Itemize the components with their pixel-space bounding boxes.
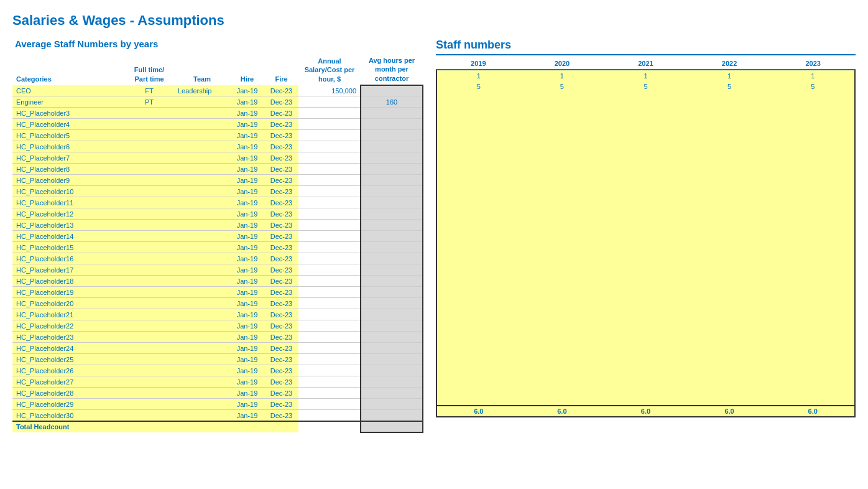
staff-cell[interactable] — [604, 226, 688, 238]
cell-avghrs[interactable] — [361, 388, 423, 399]
staff-cell[interactable] — [436, 361, 520, 372]
staff-cell[interactable] — [771, 226, 855, 238]
staff-cell[interactable] — [688, 215, 772, 226]
cell-fire[interactable]: Dec-23 — [264, 220, 298, 231]
staff-cell[interactable] — [520, 249, 604, 260]
staff-cell[interactable] — [604, 137, 688, 148]
cell-fire[interactable]: Dec-23 — [264, 276, 298, 287]
cell-fire[interactable]: Dec-23 — [264, 175, 298, 186]
cell-team[interactable] — [174, 298, 230, 309]
cell-hire[interactable]: Jan-19 — [230, 298, 264, 309]
cell-category[interactable]: HC_Placeholder5 — [12, 130, 124, 141]
staff-cell[interactable] — [436, 114, 520, 126]
cell-salary[interactable]: 150,000 — [298, 85, 361, 96]
cell-ft[interactable]: FT — [124, 85, 174, 96]
cell-ft[interactable] — [124, 231, 174, 242]
staff-cell[interactable] — [436, 126, 520, 137]
cell-team[interactable] — [174, 287, 230, 298]
staff-cell[interactable] — [771, 282, 855, 294]
cell-avghrs[interactable] — [361, 365, 423, 376]
cell-team[interactable] — [174, 175, 230, 186]
staff-cell[interactable]: 1 — [688, 70, 772, 81]
cell-team[interactable] — [174, 399, 230, 410]
staff-cell[interactable] — [436, 170, 520, 182]
cell-salary[interactable] — [298, 410, 361, 421]
staff-cell[interactable] — [604, 204, 688, 215]
cell-avghrs[interactable] — [361, 332, 423, 343]
cell-team[interactable] — [174, 220, 230, 231]
cell-avghrs[interactable] — [361, 220, 423, 231]
cell-category[interactable]: HC_Placeholder16 — [12, 253, 124, 264]
staff-cell[interactable]: 1 — [771, 70, 855, 81]
staff-cell[interactable] — [771, 193, 855, 204]
staff-cell[interactable]: 1 — [436, 70, 520, 81]
cell-hire[interactable]: Jan-19 — [230, 141, 264, 152]
cell-team[interactable] — [174, 332, 230, 343]
staff-cell[interactable] — [688, 238, 772, 249]
cell-avghrs[interactable] — [361, 152, 423, 164]
cell-team[interactable] — [174, 376, 230, 388]
cell-fire[interactable]: Dec-23 — [264, 108, 298, 119]
cell-category[interactable]: HC_Placeholder13 — [12, 220, 124, 231]
staff-cell[interactable] — [520, 361, 604, 372]
staff-cell[interactable] — [520, 338, 604, 350]
cell-hire[interactable]: Jan-19 — [230, 186, 264, 197]
cell-salary[interactable] — [298, 141, 361, 152]
cell-avghrs[interactable] — [361, 197, 423, 208]
cell-fire[interactable]: Dec-23 — [264, 152, 298, 164]
cell-salary[interactable] — [298, 242, 361, 253]
cell-ft[interactable] — [124, 332, 174, 343]
cell-category[interactable]: HC_Placeholder9 — [12, 175, 124, 186]
staff-cell[interactable] — [771, 148, 855, 159]
staff-cell[interactable] — [688, 327, 772, 338]
cell-ft[interactable] — [124, 186, 174, 197]
cell-ft[interactable] — [124, 298, 174, 309]
cell-ft[interactable] — [124, 119, 174, 130]
cell-hire[interactable]: Jan-19 — [230, 231, 264, 242]
cell-category[interactable]: HC_Placeholder28 — [12, 388, 124, 399]
staff-cell[interactable] — [771, 204, 855, 215]
staff-cell[interactable] — [771, 170, 855, 182]
cell-category[interactable]: HC_Placeholder27 — [12, 376, 124, 388]
staff-cell[interactable] — [604, 159, 688, 170]
staff-cell[interactable] — [688, 305, 772, 316]
cell-avghrs[interactable] — [361, 119, 423, 130]
staff-cell[interactable] — [436, 316, 520, 327]
cell-avghrs[interactable] — [361, 309, 423, 320]
cell-fire[interactable]: Dec-23 — [264, 119, 298, 130]
cell-category[interactable]: HC_Placeholder10 — [12, 186, 124, 197]
cell-ft[interactable] — [124, 253, 174, 264]
cell-ft[interactable] — [124, 410, 174, 421]
cell-ft[interactable] — [124, 220, 174, 231]
cell-category[interactable]: Engineer — [12, 96, 124, 108]
staff-cell[interactable]: 1 — [520, 70, 604, 81]
cell-avghrs[interactable] — [361, 343, 423, 354]
staff-cell[interactable] — [771, 126, 855, 137]
cell-avghrs[interactable] — [361, 354, 423, 365]
cell-fire[interactable]: Dec-23 — [264, 242, 298, 253]
staff-cell[interactable]: 1 — [604, 70, 688, 81]
cell-fire[interactable]: Dec-23 — [264, 264, 298, 276]
cell-salary[interactable] — [298, 287, 361, 298]
cell-salary[interactable] — [298, 376, 361, 388]
cell-team[interactable] — [174, 253, 230, 264]
cell-ft[interactable] — [124, 175, 174, 186]
staff-cell[interactable] — [520, 271, 604, 282]
cell-salary[interactable] — [298, 354, 361, 365]
staff-cell[interactable] — [771, 182, 855, 193]
cell-team[interactable]: Leadership — [174, 85, 230, 96]
staff-cell[interactable] — [520, 182, 604, 193]
staff-cell[interactable] — [604, 103, 688, 114]
staff-cell[interactable] — [688, 361, 772, 372]
staff-cell[interactable] — [436, 159, 520, 170]
staff-cell[interactable] — [688, 126, 772, 137]
staff-cell[interactable] — [436, 249, 520, 260]
cell-avghrs[interactable] — [361, 376, 423, 388]
staff-cell[interactable] — [771, 159, 855, 170]
staff-cell[interactable] — [520, 294, 604, 305]
cell-hire[interactable]: Jan-19 — [230, 85, 264, 96]
cell-fire[interactable]: Dec-23 — [264, 410, 298, 421]
cell-category[interactable]: HC_Placeholder26 — [12, 365, 124, 376]
staff-cell[interactable] — [771, 92, 855, 103]
staff-cell[interactable]: 5 — [436, 81, 520, 92]
